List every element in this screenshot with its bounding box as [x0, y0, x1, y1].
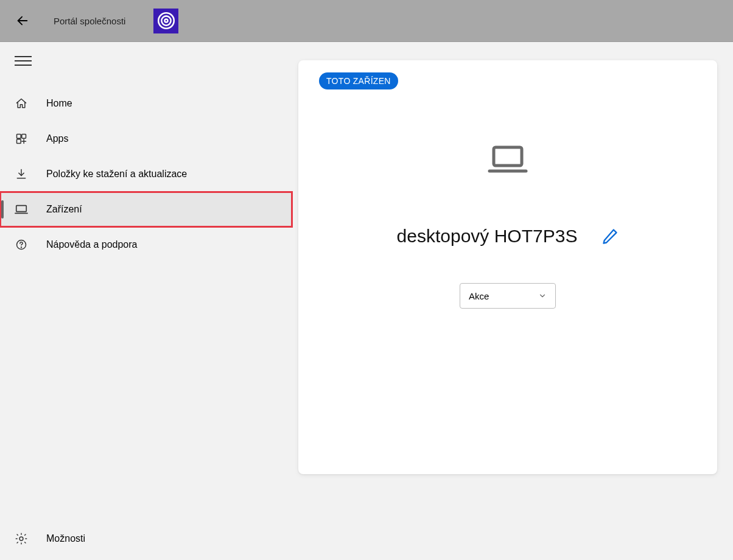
back-button[interactable] [16, 14, 29, 27]
sidebar-item-devices[interactable]: Zařízení [0, 192, 292, 227]
svg-point-11 [21, 247, 22, 248]
main-content: TOTO ZAŘÍZEN desktopový HOT7P3S Akce [292, 42, 733, 560]
apps-icon [15, 133, 28, 145]
sidebar-item-label: Nápověda a podpora [46, 239, 137, 250]
sidebar-item-apps[interactable]: Apps [0, 121, 292, 156]
home-icon [15, 97, 28, 110]
hamburger-menu-button[interactable] [15, 53, 32, 69]
svg-point-2 [161, 16, 170, 25]
sidebar-item-label: Možnosti [46, 533, 85, 544]
download-icon [15, 168, 28, 180]
sidebar-item-label: Apps [46, 133, 68, 144]
this-device-badge: TOTO ZAŘÍZEN [319, 72, 398, 89]
app-logo [153, 9, 178, 33]
svg-rect-5 [22, 135, 26, 139]
svg-point-12 [19, 537, 23, 541]
sidebar-item-settings[interactable]: Možnosti [0, 521, 292, 556]
sidebar-item-label: Položky ke stažení a aktualizace [46, 169, 187, 180]
sidebar-item-label: Zařízení [46, 204, 82, 215]
svg-point-3 [164, 19, 167, 22]
sidebar: Home Apps Položky ke stažení a aktu [0, 42, 292, 560]
actions-dropdown[interactable]: Akce [460, 283, 556, 309]
titlebar: Portál společnosti [0, 0, 733, 42]
sidebar-item-home[interactable]: Home [0, 86, 292, 121]
pencil-icon [601, 228, 619, 245]
svg-rect-6 [17, 139, 21, 144]
sidebar-item-help[interactable]: Nápověda a podpora [0, 227, 292, 262]
sidebar-item-label: Home [46, 98, 72, 109]
svg-rect-8 [16, 206, 27, 212]
device-card: TOTO ZAŘÍZEN desktopový HOT7P3S Akce [298, 60, 717, 474]
svg-rect-13 [494, 147, 522, 166]
device-name: desktopový HOT7P3S [397, 226, 578, 247]
actions-dropdown-label: Akce [469, 291, 489, 301]
back-arrow-icon [16, 14, 29, 27]
edit-device-name-button[interactable] [601, 228, 619, 245]
spiral-logo-icon [156, 10, 177, 31]
gear-icon [15, 532, 28, 545]
app-title: Portál společnosti [54, 16, 125, 26]
laptop-large-icon [486, 144, 529, 175]
help-icon [15, 239, 28, 251]
chevron-down-icon [538, 292, 547, 300]
svg-rect-4 [17, 135, 21, 139]
sidebar-item-downloads[interactable]: Položky ke stažení a aktualizace [0, 156, 292, 192]
device-icon [15, 203, 28, 215]
